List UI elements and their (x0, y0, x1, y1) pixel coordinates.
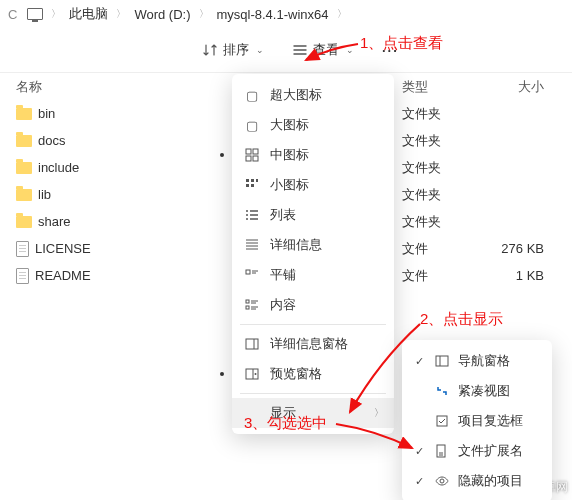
view-s-icons[interactable]: 小图标 (232, 170, 394, 200)
chevron-down-icon: ⌄ (256, 45, 264, 55)
file-name: LICENSE (35, 241, 91, 256)
document-icon (16, 268, 29, 284)
menu-separator (240, 324, 386, 325)
file-name: bin (38, 106, 55, 121)
folder-icon (16, 135, 32, 147)
svg-point-14 (255, 373, 257, 375)
file-type: 文件夹 (402, 213, 482, 231)
s-icons-icon (244, 177, 260, 193)
annotation-2: 2、点击显示 (420, 310, 503, 329)
show-extensions[interactable]: ✓文件扩展名 (402, 436, 552, 466)
sort-button[interactable]: 排序 ⌄ (202, 41, 264, 59)
breadcrumb: C 〉 此电脑 〉 Word (D:) 〉 mysql-8.4.1-winx64… (0, 0, 572, 28)
file-name: include (38, 160, 79, 175)
view-menu: ▢超大图标 ▢大图标 中图标 小图标 列表 详细信息 平铺 内容 详细信息窗格 … (232, 74, 394, 434)
view-tiles[interactable]: 平铺 (232, 260, 394, 290)
annotation-1: 1、点击查看 (360, 34, 443, 53)
column-size[interactable]: 大小 (482, 78, 572, 96)
selected-dot-icon (220, 153, 224, 157)
file-name: README (35, 268, 91, 283)
svg-rect-11 (246, 306, 249, 309)
file-type: 文件夹 (402, 132, 482, 150)
xl-icons-icon: ▢ (244, 87, 260, 103)
sort-icon (202, 42, 218, 58)
show-hidden[interactable]: ✓隐藏的项目 (402, 466, 552, 496)
view-button[interactable]: 查看 ⌄ (292, 41, 354, 59)
preview-pane-icon (244, 366, 260, 382)
file-size: 276 KB (482, 241, 572, 256)
extensions-icon (434, 443, 450, 459)
list-icon (244, 207, 260, 223)
content-icon (244, 297, 260, 313)
file-type: 文件夹 (402, 159, 482, 177)
svg-rect-12 (246, 339, 258, 349)
show-checkboxes[interactable]: 项目复选框 (402, 406, 552, 436)
file-type: 文件夹 (402, 105, 482, 123)
file-name: docs (38, 133, 65, 148)
svg-rect-4 (246, 179, 249, 182)
svg-rect-2 (246, 156, 251, 161)
file-type: 文件 (402, 267, 482, 285)
svg-rect-5 (251, 179, 254, 182)
chevron-right-icon: 〉 (49, 7, 63, 21)
chevron-down-icon: ⌄ (346, 45, 354, 55)
svg-rect-10 (246, 300, 249, 303)
menu-separator (240, 393, 386, 394)
document-icon (16, 241, 29, 257)
details-pane-icon (244, 336, 260, 352)
file-name: share (38, 214, 71, 229)
column-type[interactable]: 类型 (402, 78, 482, 96)
show-nav-pane[interactable]: ✓导航窗格 (402, 346, 552, 376)
checkbox-icon (434, 413, 450, 429)
view-content[interactable]: 内容 (232, 290, 394, 320)
selected-dot-icon (220, 372, 224, 376)
view-xl-icons[interactable]: ▢超大图标 (232, 80, 394, 110)
svg-rect-7 (246, 184, 249, 187)
view-l-icons[interactable]: ▢大图标 (232, 110, 394, 140)
compact-icon (434, 383, 450, 399)
folder-icon (16, 162, 32, 174)
svg-rect-16 (437, 416, 447, 426)
folder-icon (16, 216, 32, 228)
folder-icon (16, 108, 32, 120)
view-list[interactable]: 列表 (232, 200, 394, 230)
check-icon: ✓ (412, 355, 426, 368)
file-type: 文件夹 (402, 186, 482, 204)
svg-rect-6 (256, 179, 258, 182)
l-icons-icon: ▢ (244, 117, 260, 133)
view-details[interactable]: 详细信息 (232, 230, 394, 260)
view-details-pane[interactable]: 详细信息窗格 (232, 329, 394, 359)
toolbar: 排序 ⌄ 查看 ⌄ ··· (0, 28, 572, 72)
nav-pane-icon (434, 353, 450, 369)
svg-rect-1 (253, 149, 258, 154)
svg-point-18 (440, 479, 444, 483)
check-icon: ✓ (412, 445, 426, 458)
svg-rect-0 (246, 149, 251, 154)
annotation-3: 3、勾选选中 (244, 414, 327, 433)
show-submenu: ✓导航窗格 紧凑视图 项目复选框 ✓文件扩展名 ✓隐藏的项目 (402, 340, 552, 500)
svg-rect-15 (436, 356, 448, 366)
svg-rect-8 (251, 184, 254, 187)
pc-icon[interactable] (23, 6, 47, 22)
show-compact[interactable]: 紧凑视图 (402, 376, 552, 406)
file-type: 文件 (402, 240, 482, 258)
folder-icon (16, 189, 32, 201)
view-label: 查看 (313, 41, 339, 59)
breadcrumb-item-pc[interactable]: 此电脑 (65, 3, 112, 25)
view-m-icons[interactable]: 中图标 (232, 140, 394, 170)
column-name[interactable]: 名称 (0, 78, 190, 96)
breadcrumb-item-drive[interactable]: Word (D:) (130, 5, 194, 24)
m-icons-icon (244, 147, 260, 163)
svg-rect-3 (253, 156, 258, 161)
check-icon: ✓ (412, 475, 426, 488)
sort-label: 排序 (223, 41, 249, 59)
chevron-right-icon: 〉 (374, 406, 384, 420)
file-name: lib (38, 187, 51, 202)
hidden-icon (434, 473, 450, 489)
details-icon (244, 237, 260, 253)
breadcrumb-item-folder[interactable]: mysql-8.4.1-winx64 (213, 5, 333, 24)
file-size: 1 KB (482, 268, 572, 283)
reload-hint: C (4, 5, 21, 24)
chevron-right-icon: 〉 (335, 7, 349, 21)
view-preview-pane[interactable]: 预览窗格 (232, 359, 394, 389)
